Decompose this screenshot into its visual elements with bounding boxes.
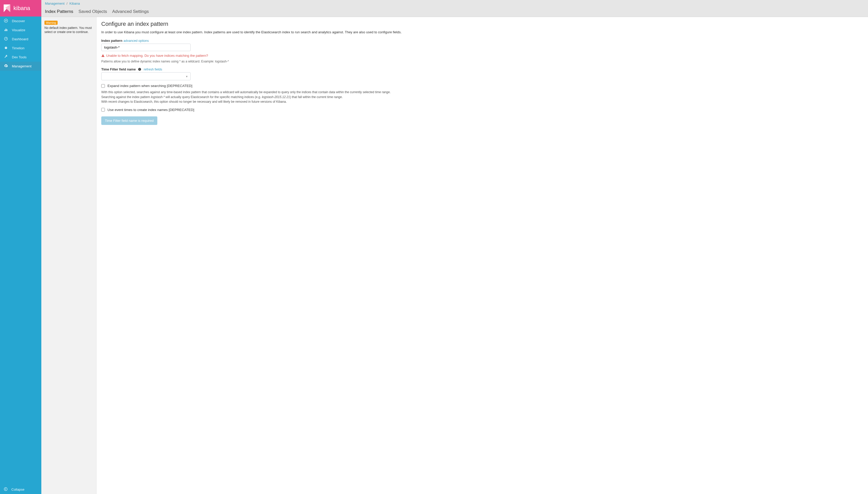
index-pattern-input[interactable]: [101, 44, 191, 51]
svg-line-8: [6, 38, 7, 39]
nav-devtools[interactable]: Dev Tools: [0, 53, 41, 62]
warning-badge: Warning: [44, 21, 58, 25]
collapse-label: Collapse: [11, 488, 24, 491]
tab-saved-objects[interactable]: Saved Objects: [78, 7, 107, 17]
expand-label[interactable]: Expand index pattern when searching [DEP…: [107, 84, 192, 88]
warning-panel: Warning No default index pattern. You mu…: [41, 17, 97, 494]
nav-visualize[interactable]: Visualize: [0, 25, 41, 35]
svg-rect-14: [140, 69, 140, 70]
warning-icon: [101, 54, 105, 57]
expand-info-1: With this option selected, searches agai…: [101, 90, 863, 95]
nav-label: Dashboard: [12, 37, 29, 41]
svg-point-15: [140, 69, 140, 69]
expand-info-2: Searching against the index pattern logs…: [101, 95, 863, 100]
brand-label: kibana: [14, 5, 30, 12]
index-pattern-label: Index pattern: [101, 39, 123, 43]
index-pattern-error-text: Unable to fetch mapping. Do you have ind…: [106, 54, 208, 58]
bar-chart-icon: [4, 27, 8, 33]
svg-rect-3: [5, 30, 5, 31]
event-times-label[interactable]: Use event times to create index names [D…: [107, 108, 194, 112]
gauge-icon: [4, 37, 8, 41]
gear-icon: [4, 64, 8, 69]
breadcrumb-management[interactable]: Management: [45, 2, 65, 5]
nav-label: Management: [12, 64, 32, 68]
nav-dashboard[interactable]: Dashboard: [0, 35, 41, 44]
kibana-logo-icon: [3, 4, 11, 13]
svg-rect-5: [7, 30, 7, 31]
nav-discover[interactable]: Discover: [0, 17, 41, 25]
timelion-icon: [4, 46, 8, 51]
collapse-icon: [4, 487, 8, 492]
wrench-icon: [4, 55, 8, 60]
svg-point-11: [6, 48, 7, 48]
svg-point-9: [5, 47, 7, 49]
nav-management[interactable]: Management: [0, 62, 41, 71]
breadcrumb-sep: /: [67, 2, 68, 5]
svg-rect-4: [6, 28, 6, 31]
page-title: Configure an index pattern: [101, 21, 863, 27]
warning-text: No default index pattern. You must selec…: [44, 26, 93, 34]
index-pattern-helper: Patterns allow you to define dynamic ind…: [101, 60, 863, 63]
kibana-logo[interactable]: kibana: [0, 0, 41, 17]
breadcrumb: Management / Kibana: [45, 2, 864, 5]
svg-point-12: [4, 488, 7, 491]
nav-label: Timelion: [12, 46, 24, 50]
create-button[interactable]: Time Filter field name is required: [101, 116, 157, 125]
advanced-options-link[interactable]: advanced options: [124, 39, 149, 43]
refresh-fields-link[interactable]: refresh fields: [144, 68, 162, 71]
nav-label: Visualize: [12, 28, 25, 32]
tab-advanced-settings[interactable]: Advanced Settings: [112, 7, 149, 17]
svg-point-10: [5, 48, 6, 48]
nav-collapse[interactable]: Collapse: [0, 485, 41, 494]
expand-info-3: With recent changes to Elasticsearch, th…: [101, 99, 863, 104]
expand-checkbox[interactable]: [101, 84, 105, 88]
page-intro: In order to use Kibana you must configur…: [101, 30, 863, 35]
time-filter-select[interactable]: [101, 72, 191, 80]
compass-icon: [4, 19, 8, 23]
event-times-checkbox[interactable]: [101, 108, 105, 112]
nav-label: Discover: [12, 19, 25, 23]
index-pattern-error: Unable to fetch mapping. Do you have ind…: [101, 54, 863, 58]
nav-timelion[interactable]: Timelion: [0, 44, 41, 53]
time-filter-label: Time Filter field name: [101, 68, 135, 71]
breadcrumb-kibana[interactable]: Kibana: [70, 2, 80, 5]
tab-index-patterns[interactable]: Index Patterns: [45, 7, 73, 17]
info-icon: [138, 68, 141, 71]
nav-label: Dev Tools: [12, 55, 26, 59]
